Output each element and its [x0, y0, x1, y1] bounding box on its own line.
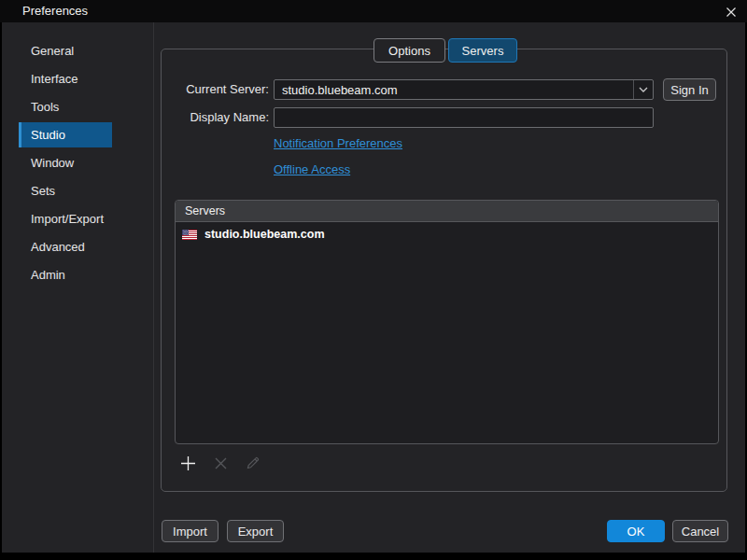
chevron-down-icon[interactable]	[633, 80, 653, 99]
window-title: Preferences	[22, 4, 88, 18]
tab-servers[interactable]: Servers	[448, 38, 517, 63]
edit-icon	[245, 455, 261, 471]
sidebar-item-interface[interactable]: Interface	[19, 66, 112, 91]
server-name: studio.bluebeam.com	[204, 228, 325, 241]
us-flag-icon	[182, 230, 197, 240]
sidebar-divider	[153, 22, 154, 553]
close-icon[interactable]	[724, 5, 739, 19]
sidebar-item-window[interactable]: Window	[19, 150, 112, 175]
sidebar-item-general[interactable]: General	[19, 38, 112, 63]
cancel-button[interactable]: Cancel	[672, 520, 728, 542]
display-name-input[interactable]	[274, 107, 654, 128]
sign-in-button[interactable]: Sign In	[663, 78, 716, 101]
sidebar-item-admin[interactable]: Admin	[19, 262, 112, 287]
title-bar: Preferences	[0, 0, 747, 22]
offline-access-link[interactable]: Offline Access	[274, 162, 350, 176]
server-row[interactable]: studio.bluebeam.com	[176, 222, 718, 246]
notification-preferences-link[interactable]: Notification Preferences	[274, 136, 402, 150]
import-button[interactable]: Import	[162, 520, 218, 542]
sidebar-item-import-export[interactable]: Import/Export	[19, 206, 112, 231]
sidebar-item-advanced[interactable]: Advanced	[19, 234, 112, 259]
sidebar-item-tools[interactable]: Tools	[19, 94, 112, 119]
servers-list: Servers studio.bluebeam.com	[175, 200, 719, 444]
ok-button[interactable]: OK	[607, 520, 665, 542]
current-server-input[interactable]	[274, 79, 654, 100]
export-button[interactable]: Export	[227, 520, 284, 542]
sidebar-item-sets[interactable]: Sets	[19, 178, 112, 203]
display-name-label: Display Name:	[161, 107, 269, 128]
servers-list-header: Servers	[176, 201, 718, 222]
delete-icon	[212, 455, 229, 471]
add-icon[interactable]	[179, 455, 196, 471]
tab-options[interactable]: Options	[374, 38, 445, 63]
sidebar-item-studio[interactable]: Studio	[19, 122, 112, 147]
current-server-label: Current Server:	[161, 79, 269, 100]
